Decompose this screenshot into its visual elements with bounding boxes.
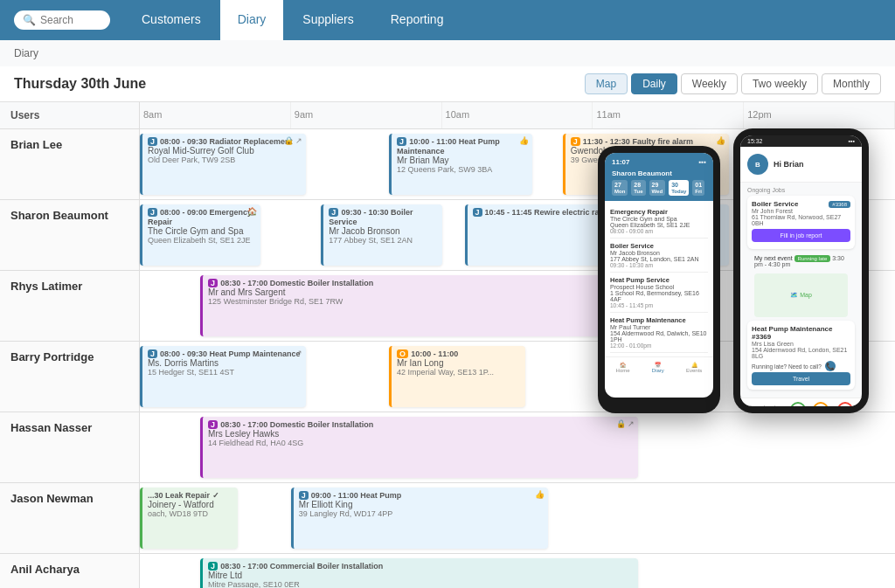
job-time: 08:00 - 09:30 Heat Pump Maintenance [160,349,301,358]
job-time: 09:00 - 11:00 Heat Pump [311,491,402,500]
view-monthly-button[interactable]: Monthly [822,73,881,94]
nav-tabs: Customers Diary Suppliers Reporting [124,0,461,40]
page-title: Thursday 30th June [14,76,146,92]
user-row-jason-newman: Jason Newman ...30 Leak Repair ✓ Joinery… [0,483,895,554]
time-header-row: Users 8am 9am 10am 11am 12pm [0,102,895,129]
user-name-hassan-nasser: Hassan Nasser [0,412,140,482]
user-row-rhys-latimer: Rhys Latimer J08:30 - 17:00 Domestic Boi… [0,271,895,342]
user-row-sharon-beaumont: Sharon Beaumont J08:00 - 09:00 Emergency… [0,200,895,271]
tab-reporting[interactable]: Reporting [373,0,461,40]
job-address: 39 Gwendolen Ave, SW15 6EP [571,156,724,164]
view-daily-button[interactable]: Daily [631,73,677,94]
breadcrumb: Diary [0,40,895,66]
job-time: 12:15 - [674,208,699,217]
job-time: 08:30 - 17:00 Domestic Boiler Installati… [220,279,373,287]
search-box[interactable]: 🔍 [14,10,110,30]
job-client: Mr Jacob Bronson [329,226,436,236]
tab-customers[interactable]: Customers [124,0,219,40]
diary-grid: Users 8am 9am 10am 11am 12pm Brian Lee J… [0,102,895,588]
job-time: ...30 Leak Repair ✓ [148,491,219,500]
time-slots: 8am 9am 10am 11am 12pm [140,102,895,128]
user-name-jason-newman: Jason Newman [0,483,140,553]
job-block[interactable]: J09:30 - 10:30 Boiler Service Mr Jacob B… [321,204,441,266]
diary-page-wrapper: Users 8am 9am 10am 11am 12pm Brian Lee J… [0,102,895,588]
view-map-button[interactable]: Map [585,73,628,94]
job-block[interactable]: J08:30 - 17:00 Domestic Boiler Installat… [200,417,638,478]
search-icon: 🔍 [23,14,36,26]
job-address: 14 Fieldhead Rd, HA0 4SG [208,439,633,447]
job-client: Joinery - Watford [148,500,232,509]
job-block[interactable]: J08:00 - 09:00 Emergency Repair The Circ… [140,204,260,266]
job-block[interactable]: J08:30 - 17:00 Domestic Boiler Installat… [200,275,638,336]
date-header: Thursday 30th June Map Daily Weekly Two … [0,66,895,102]
time-9am: 9am [291,102,442,128]
view-twoweekly-button[interactable]: Two weekly [741,73,818,94]
job-address: 125 Westminster Bridge Rd, SE1 7RW [208,297,633,306]
tab-diary[interactable]: Diary [220,0,284,40]
job-client: Mitre Ltd [208,571,633,580]
job-client: Mr Elliott King [299,500,543,509]
job-block[interactable]: J08:30 - 17:00 Commercial Boiler Install… [200,558,638,588]
tab-suppliers[interactable]: Suppliers [285,0,371,40]
diary-container: Users 8am 9am 10am 11am 12pm Brian Lee J… [0,102,895,588]
job-time: 10:00 - 11:00 [411,349,458,358]
job-client: Gwendolen House Nursery School [571,146,724,156]
user-row-barry-portridge: Barry Portridge J08:00 - 09:30 Heat Pump… [0,342,895,412]
job-block[interactable]: O10:00 - 11:00 Mr Ian Long 42 Imperial W… [389,346,525,407]
job-block[interactable]: J11:30 - 12:30 Faulty fire alarm Gwendol… [563,134,729,195]
job-time: 08:30 - 17:00 Domestic Boiler Installati… [220,420,373,429]
search-input[interactable] [40,14,101,26]
view-buttons: Map Daily Weekly Two weekly Monthly [585,73,881,94]
job-time: 09:30 - 10:30 Boiler Service [329,208,413,226]
job-address: 12 Queens Park, SW9 3BA [397,165,527,174]
job-client: Mr Ian Long [397,358,520,368]
job-block[interactable]: J08:00 - 09:30 Heat Pump Maintenance Ms.… [140,346,306,407]
job-time: 11:30 - 12:30 Faulty fire alarm [583,137,693,146]
user-name-sharon-beaumont: Sharon Beaumont [0,200,140,270]
user-row-hassan-nasser: Hassan Nasser J08:30 - 17:00 Domestic Bo… [0,412,895,483]
user-row-brian-lee: Brian Lee J08:00 - 09:30 Radiator Replac… [0,129,895,200]
job-client: Mr Brian May [397,156,527,165]
job-client: Riverside... [662,217,724,226]
timeline-jason-newman: ...30 Leak Repair ✓ Joinery - Watford oa… [140,483,895,553]
timeline-sharon-beaumont: J08:00 - 09:00 Emergency Repair The Circ… [140,200,895,270]
job-address: 42 Imperial Way, SE13 1P... [397,368,520,377]
user-name-brian-lee: Brian Lee [0,129,140,199]
job-address: Janeway... [662,226,724,235]
job-block[interactable]: J08:00 - 09:30 Radiator Replacement Roya… [140,134,306,195]
time-11am: 11am [593,102,744,128]
job-client: Mr and Mrs Sargent [208,287,633,297]
job-client: Mrs Lesley Hawks [208,429,633,439]
job-client: Royal Mid-Surrey Golf Club [148,146,301,156]
job-time: 08:00 - 09:30 Radiator Replacement [160,137,293,146]
timeline-rhys-latimer: J08:30 - 17:00 Domestic Boiler Installat… [140,271,895,341]
job-address: Old Deer Park, TW9 2SB [148,156,301,164]
timeline-brian-lee: J08:00 - 09:30 Radiator Replacement Roya… [140,129,895,199]
time-8am: 8am [140,102,291,128]
timeline-hassan-nasser: J08:30 - 17:00 Domestic Boiler Installat… [140,412,895,482]
job-client: The Circle Gym and Spa [148,226,255,236]
user-row-anil-acharya: Anil Acharya J08:30 - 17:00 Commercial B… [0,554,895,588]
job-client: Ms. Dorris Martins [148,358,301,368]
job-block[interactable]: J10:45 - 11:45 Rewire electric radiator [465,204,631,266]
user-name-anil-acharya: Anil Acharya [0,554,140,588]
job-time: 10:00 - 11:00 Heat Pump Maintenance [397,137,500,156]
job-address: 177 Abbey St, SE1 2AN [329,236,436,245]
user-name-rhys-latimer: Rhys Latimer [0,271,140,341]
job-block[interactable]: ...30 Leak Repair ✓ Joinery - Watford oa… [140,488,238,549]
timeline-anil-acharya: J08:30 - 17:00 Commercial Boiler Install… [140,554,895,588]
job-block[interactable]: J10:00 - 11:00 Heat Pump Maintenance Mr … [389,134,532,195]
job-address: oach, WD18 9TD [148,509,232,518]
user-name-barry-portridge: Barry Portridge [0,342,140,412]
job-time: 08:30 - 17:00 Commercial Boiler Installa… [220,562,383,571]
job-address: Mitre Passage, SE10 0ER [208,580,633,588]
time-10am: 10am [442,102,593,128]
view-weekly-button[interactable]: Weekly [681,73,738,94]
job-time: 08:00 - 09:00 Emergency Repair [148,208,252,226]
time-12pm: 12pm [744,102,895,128]
job-address: 39 Langley Rd, WD17 4PP [299,509,543,518]
top-navigation: 🔍 Customers Diary Suppliers Reporting [0,0,895,40]
job-block[interactable]: J09:00 - 11:00 Heat Pump Mr Elliott King… [291,488,548,549]
timeline-barry-portridge: J08:00 - 09:30 Heat Pump Maintenance Ms.… [140,342,895,412]
job-block[interactable]: J12:15 - Riverside... Janeway... [654,204,729,266]
